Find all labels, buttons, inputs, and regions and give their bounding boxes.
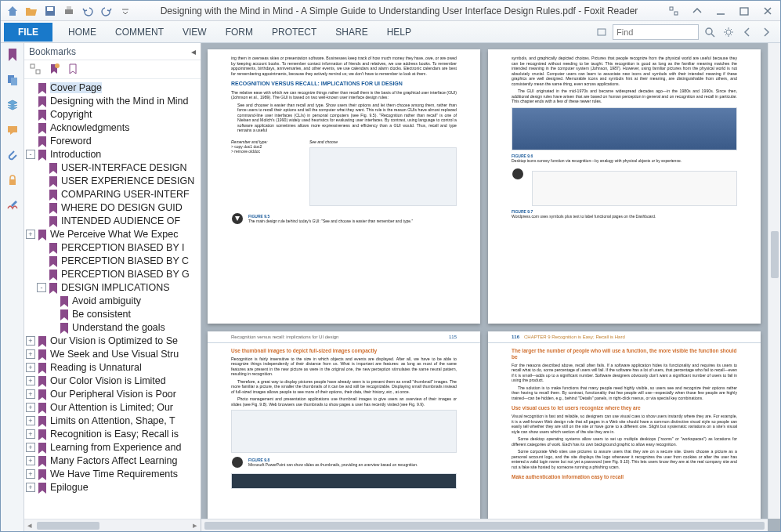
tree-toggle-icon[interactable]: + bbox=[26, 429, 35, 439]
next-icon[interactable] bbox=[758, 24, 774, 40]
tree-toggle-icon bbox=[37, 270, 46, 279]
tree-toggle-icon[interactable]: + bbox=[26, 416, 35, 425]
bookmark-item[interactable]: USER-INTERFACE DESIGN bbox=[26, 161, 201, 174]
bookmark-item[interactable]: -Introduction bbox=[26, 147, 201, 161]
bookmark-item[interactable]: COMPARING USER-INTERF bbox=[26, 187, 201, 201]
maximize-icon[interactable] bbox=[735, 4, 754, 18]
bookmarks-icon[interactable] bbox=[4, 46, 21, 63]
bookmark-item[interactable]: Acknowledgments bbox=[26, 121, 201, 134]
tree-toggle-icon[interactable]: + bbox=[26, 336, 35, 346]
bookmark-item[interactable]: +Our Color Vision is Limited bbox=[26, 374, 201, 387]
bookmark-item[interactable]: +Many Factors Affect Learning bbox=[26, 454, 201, 467]
document-area[interactable]: ing them in overseas skies or presentati… bbox=[201, 43, 780, 531]
bookmark-item[interactable]: +We Perceive What We Expec bbox=[26, 227, 201, 241]
security-icon[interactable] bbox=[4, 172, 21, 189]
bookmark-item[interactable]: USER EXPERIENCE DESIGN bbox=[26, 174, 201, 187]
tree-toggle-icon[interactable]: + bbox=[26, 230, 35, 239]
tab-share[interactable]: SHARE bbox=[326, 24, 377, 41]
notification-icon[interactable] bbox=[594, 24, 609, 40]
tab-view[interactable]: VIEW bbox=[173, 24, 216, 41]
close-icon[interactable] bbox=[758, 4, 777, 18]
bookmark-item[interactable]: Understand the goals bbox=[26, 320, 201, 334]
expand-all-icon[interactable] bbox=[29, 63, 43, 77]
pg-br-para4: Some desktop operating systems allow use… bbox=[512, 436, 737, 447]
bookmark-item[interactable]: Foreword bbox=[26, 134, 201, 147]
tab-help[interactable]: HELP bbox=[378, 24, 421, 41]
bookmark-item[interactable]: +Epilogue bbox=[26, 480, 201, 494]
undo-icon[interactable] bbox=[79, 2, 96, 20]
vertical-scrollbar[interactable] bbox=[768, 43, 780, 519]
pg-tr-para2: The GUI originated in the mid-1970s and … bbox=[512, 89, 737, 104]
bookmark-item[interactable]: Be consistent bbox=[26, 307, 201, 320]
bookmark-options-icon[interactable] bbox=[67, 63, 81, 77]
bookmark-item[interactable]: Designing with the Mind in Mind bbox=[26, 94, 201, 107]
bookmark-item[interactable]: Cover Page bbox=[26, 81, 201, 94]
comments-icon[interactable] bbox=[4, 121, 21, 139]
tree-toggle-icon[interactable]: + bbox=[26, 456, 35, 465]
bookmark-item[interactable]: +Recognition is Easy; Recall is bbox=[26, 427, 201, 440]
search-icon[interactable] bbox=[702, 24, 718, 40]
bookmark-item[interactable]: Avoid ambiguity bbox=[26, 294, 201, 307]
bookmark-item[interactable]: +Limits on Attention, Shape, T bbox=[26, 414, 201, 427]
tree-toggle-icon[interactable]: + bbox=[26, 483, 35, 492]
svg-rect-3 bbox=[67, 6, 71, 9]
settings-icon[interactable] bbox=[721, 24, 736, 40]
tree-toggle-icon[interactable]: - bbox=[37, 283, 46, 292]
open-icon[interactable] bbox=[23, 2, 40, 20]
tree-toggle-icon[interactable]: - bbox=[26, 150, 35, 159]
tab-home[interactable]: HOME bbox=[59, 24, 106, 41]
pg-bl-hdr-right: 115 bbox=[449, 335, 457, 341]
minimize-icon[interactable] bbox=[711, 4, 730, 18]
ribbon-options-icon[interactable] bbox=[688, 4, 707, 18]
bookmark-item[interactable]: +Learning from Experience and bbox=[26, 440, 201, 454]
bookmark-label: Limits on Attention, Shape, T bbox=[50, 415, 175, 426]
new-bookmark-icon[interactable] bbox=[48, 63, 62, 77]
bookmarks-hscroll[interactable]: ◂ ▸ bbox=[24, 519, 201, 531]
tree-toggle-icon[interactable]: + bbox=[26, 443, 35, 452]
save-icon[interactable] bbox=[42, 2, 59, 20]
prev-icon[interactable] bbox=[739, 24, 755, 40]
bookmark-item[interactable]: +We Seek and Use Visual Stru bbox=[26, 347, 201, 360]
tree-toggle-icon[interactable]: + bbox=[26, 469, 35, 479]
bookmark-item[interactable]: -DESIGN IMPLICATIONS bbox=[26, 280, 201, 294]
bookmark-item[interactable]: +Our Vision is Optimized to Se bbox=[26, 334, 201, 347]
pages-icon[interactable] bbox=[4, 71, 21, 89]
tab-comment[interactable]: COMMENT bbox=[106, 24, 173, 41]
print-icon[interactable] bbox=[60, 2, 78, 20]
tree-toggle-icon[interactable]: + bbox=[26, 389, 35, 399]
find-input[interactable] bbox=[613, 24, 699, 40]
bookmark-item[interactable]: Copyright bbox=[26, 107, 201, 121]
bookmark-item[interactable]: PERCEPTION BIASED BY C bbox=[26, 254, 201, 267]
horizontal-scrollbar[interactable] bbox=[201, 519, 768, 531]
file-tab[interactable]: FILE bbox=[4, 23, 52, 42]
bookmark-item[interactable]: +Reading is Unnatural bbox=[26, 360, 201, 374]
tree-toggle-icon[interactable]: + bbox=[26, 403, 35, 412]
bookmark-item[interactable]: +We Have Time Requirements bbox=[26, 467, 201, 480]
bookmark-label: DESIGN IMPLICATIONS bbox=[61, 282, 170, 293]
redo-icon[interactable] bbox=[98, 2, 115, 20]
bookmark-label: Cover Page bbox=[50, 82, 102, 93]
tab-protect[interactable]: PROTECT bbox=[262, 24, 326, 41]
bookmark-label: Our Vision is Optimized to Se bbox=[50, 335, 178, 346]
bookmarks-tree[interactable]: Cover PageDesigning with the Mind in Min… bbox=[24, 79, 201, 519]
tab-form[interactable]: FORM bbox=[216, 24, 262, 41]
pg-br-h3: Make authentication information easy to … bbox=[512, 474, 737, 480]
tree-toggle-icon[interactable]: + bbox=[26, 363, 35, 372]
bookmark-item[interactable]: PERCEPTION BIASED BY I bbox=[26, 241, 201, 254]
bookmark-icon bbox=[59, 322, 70, 333]
qat-dropdown-icon[interactable] bbox=[117, 2, 134, 20]
bookmark-item[interactable]: PERCEPTION BIASED BY G bbox=[26, 267, 201, 280]
ribbon-minimize-icon[interactable] bbox=[664, 4, 683, 18]
tree-toggle-icon[interactable]: + bbox=[26, 376, 35, 385]
attachments-icon[interactable] bbox=[4, 147, 21, 164]
tree-toggle-icon[interactable]: + bbox=[26, 349, 35, 359]
bookmark-item[interactable]: INTENDED AUDIENCE OF bbox=[26, 214, 201, 227]
layers-icon[interactable] bbox=[4, 96, 21, 114]
bookmark-item[interactable]: +Our Peripheral Vision is Poor bbox=[26, 387, 201, 400]
bookmark-item[interactable]: +Our Attention is Limited; Our bbox=[26, 400, 201, 414]
pg-tl-para2: The relative ease with which we can reco… bbox=[231, 90, 457, 100]
collapse-icon[interactable]: ◂ bbox=[191, 46, 196, 57]
bookmark-item[interactable]: WHERE DO DESIGN GUID bbox=[26, 201, 201, 214]
home-icon[interactable] bbox=[4, 2, 21, 20]
signatures-icon[interactable] bbox=[4, 197, 21, 214]
